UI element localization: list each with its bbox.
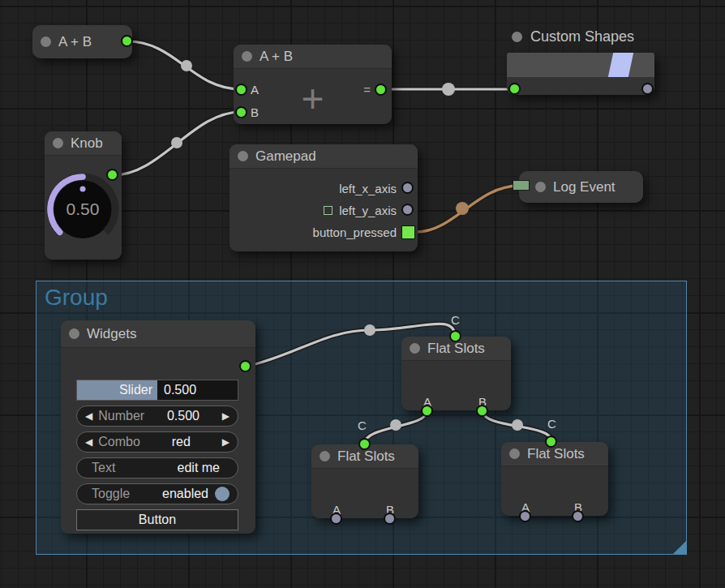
link-dot xyxy=(390,419,401,431)
slider-widget[interactable]: Slider 0.500 xyxy=(76,380,238,401)
node-title-label: Flat Slots xyxy=(427,341,485,357)
node-flatslots-top[interactable]: Flat Slots A B xyxy=(401,337,511,410)
slot-label-c: C xyxy=(451,313,460,327)
link-dot-event xyxy=(456,202,469,215)
node-title-dot[interactable] xyxy=(53,138,63,148)
node-title-label: A + B xyxy=(260,49,293,65)
input-slot-c[interactable] xyxy=(545,436,557,448)
output-row-leftyaxis: left_y_axis xyxy=(324,204,397,217)
decrement-arrow-icon[interactable]: ◀ xyxy=(85,410,92,422)
input-slot[interactable] xyxy=(508,83,521,95)
slot-label: left_x_axis xyxy=(339,182,397,195)
toggle-widget[interactable]: Toggle enabled xyxy=(76,483,238,504)
node-title-dot[interactable] xyxy=(41,36,51,47)
input-slot-c[interactable] xyxy=(358,438,371,450)
button-label: Button xyxy=(139,513,176,527)
node-title-bar[interactable]: A + B xyxy=(234,45,392,69)
node-title-dot[interactable] xyxy=(320,451,330,461)
node-title-dot[interactable] xyxy=(509,449,520,459)
output-slot-leftyaxis[interactable] xyxy=(401,204,414,216)
number-label: Number xyxy=(98,409,144,423)
toggle-label: Toggle xyxy=(92,487,130,501)
node-title-bar[interactable]: Gamepad xyxy=(230,144,418,169)
text-widget[interactable]: Text edit me xyxy=(76,457,238,479)
node-title-bar[interactable]: Widgets xyxy=(61,320,255,348)
node-title-label: Gamepad xyxy=(255,148,316,165)
output-slot[interactable] xyxy=(239,360,251,372)
combo-label: Combo xyxy=(98,435,140,449)
output-slot[interactable] xyxy=(121,35,133,47)
link-dot xyxy=(181,60,192,71)
output-row-leftxaxis: left_x_axis xyxy=(339,182,397,195)
node-widgets[interactable]: Widgets Slider 0.500 ◀ Number 0.500 ▶ ◀ … xyxy=(61,320,255,534)
link-dot xyxy=(171,137,182,148)
node-title-dot[interactable] xyxy=(238,151,248,161)
output-slot-b[interactable] xyxy=(476,405,488,417)
node-title-label: A + B xyxy=(58,34,92,50)
node-title-label: Knob xyxy=(71,135,103,152)
next-arrow-icon[interactable]: ▶ xyxy=(222,436,230,448)
slider-fill[interactable]: Slider xyxy=(77,380,157,400)
knob-value: 0.50 xyxy=(66,200,100,218)
node-flatslots-right[interactable]: Flat Slots A B xyxy=(501,442,608,516)
slot-label: left_y_axis xyxy=(339,204,397,217)
link-dot xyxy=(364,324,375,336)
node-add[interactable]: A + B A B + = xyxy=(234,45,392,124)
node-customshapes-title[interactable]: Custom Shapes xyxy=(512,28,634,45)
combo-widget[interactable]: ◀ Combo red ▶ xyxy=(76,431,238,453)
input-slot-c[interactable] xyxy=(449,330,461,342)
customshapes-bar xyxy=(507,53,654,77)
node-knob[interactable]: Knob 0.50 xyxy=(45,131,122,260)
combo-value: red xyxy=(140,435,222,449)
node-title-label: Log Event xyxy=(553,179,616,195)
square-marker-icon xyxy=(324,206,332,215)
text-value: edit me xyxy=(115,461,230,475)
knob-marker xyxy=(80,187,86,192)
slider-value: 0.500 xyxy=(157,380,196,400)
input-slot-event[interactable] xyxy=(513,180,530,191)
increment-arrow-icon[interactable]: ▶ xyxy=(222,410,230,422)
slot-label-c: C xyxy=(358,418,367,432)
node-logevent[interactable]: Log Event xyxy=(519,171,643,203)
prev-arrow-icon[interactable]: ◀ xyxy=(85,436,92,448)
node-title-bar[interactable]: Knob xyxy=(45,131,122,156)
node-title-dot[interactable] xyxy=(410,343,420,354)
node-gamepad[interactable]: Gamepad left_x_axis left_y_axis button_p… xyxy=(230,144,418,251)
output-slot-b[interactable] xyxy=(572,510,584,522)
link-dot xyxy=(442,83,455,96)
output-slot-a[interactable] xyxy=(330,513,342,525)
node-title-dot[interactable] xyxy=(512,32,522,42)
output-slot-buttonpressed-event[interactable] xyxy=(401,225,415,239)
number-value: 0.500 xyxy=(144,409,222,423)
node-title-label: Custom Shapes xyxy=(530,28,634,45)
node-flatslots-left[interactable]: Flat Slots A B xyxy=(311,444,418,518)
node-title-dot[interactable] xyxy=(242,51,252,62)
node-title-dot[interactable] xyxy=(69,328,79,339)
output-slot-b[interactable] xyxy=(384,513,396,525)
node-title-dot[interactable] xyxy=(535,182,546,192)
output-slot-a[interactable] xyxy=(421,405,433,417)
output-slot[interactable] xyxy=(106,169,118,181)
input-slot-a[interactable] xyxy=(235,84,247,96)
output-slot[interactable] xyxy=(375,84,387,96)
slot-label-c: C xyxy=(547,417,556,431)
node-title-label: Flat Slots xyxy=(337,449,395,465)
slider-label: Slider xyxy=(119,383,152,397)
number-widget[interactable]: ◀ Number 0.500 ▶ xyxy=(76,406,238,427)
toggle-value: enabled xyxy=(130,487,215,501)
output-row-buttonpressed: button_pressed xyxy=(313,225,397,238)
output-slot-a[interactable] xyxy=(519,510,531,522)
output-slot[interactable] xyxy=(641,83,654,95)
graph-canvas[interactable]: Group xyxy=(0,0,725,588)
output-slot-leftxaxis[interactable] xyxy=(401,182,414,194)
slot-label: button_pressed xyxy=(313,225,397,239)
input-slot-b[interactable] xyxy=(235,106,247,118)
toggle-knob[interactable] xyxy=(215,487,230,501)
button-widget[interactable]: Button xyxy=(76,509,238,530)
link-dot xyxy=(512,419,523,431)
slot-label-equals: = xyxy=(363,83,371,97)
node-title-label: Flat Slots xyxy=(527,446,585,462)
node-title-label: Widgets xyxy=(87,326,136,342)
node-customshapes[interactable] xyxy=(507,53,654,95)
node-add-collapsed[interactable]: A + B xyxy=(32,25,132,58)
